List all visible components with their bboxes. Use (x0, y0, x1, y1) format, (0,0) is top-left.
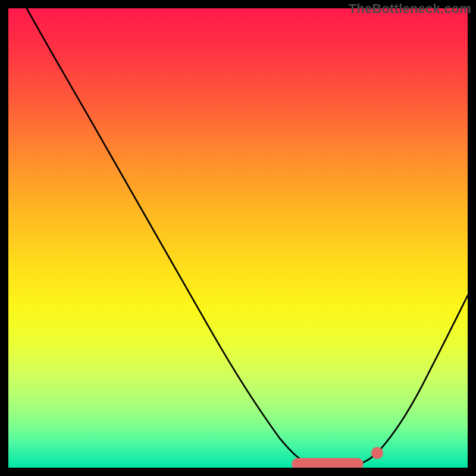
optimal-right-point-icon (371, 447, 383, 459)
curve-layer (8, 8, 468, 468)
plot-area (8, 8, 468, 468)
chart-frame: TheBottleneck.com (0, 0, 476, 476)
bottleneck-curve (27, 8, 468, 467)
source-watermark: TheBottleneck.com (349, 1, 471, 17)
